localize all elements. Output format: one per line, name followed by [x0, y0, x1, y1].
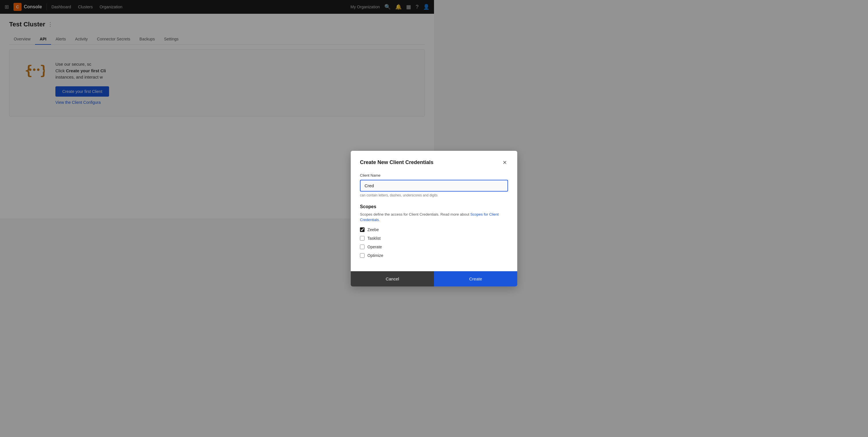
modal-title: Create New Client Credentials	[360, 160, 433, 165]
create-credentials-modal: Create New Client Credentials ✕ Client N…	[351, 151, 434, 219]
client-name-label: Client Name	[360, 173, 434, 177]
scopes-title: Scopes	[360, 204, 434, 209]
client-name-input[interactable]	[360, 180, 434, 192]
modal-header: Create New Client Credentials ✕	[360, 159, 434, 166]
modal-overlay: Create New Client Credentials ✕ Client N…	[0, 0, 434, 218]
client-name-hint: can contain letters, dashes, underscores…	[360, 193, 434, 197]
modal-body: Create New Client Credentials ✕ Client N…	[351, 151, 434, 219]
scopes-description: Scopes define the access for Client Cred…	[360, 212, 434, 219]
scopes-section: Scopes Scopes define the access for Clie…	[360, 204, 434, 219]
